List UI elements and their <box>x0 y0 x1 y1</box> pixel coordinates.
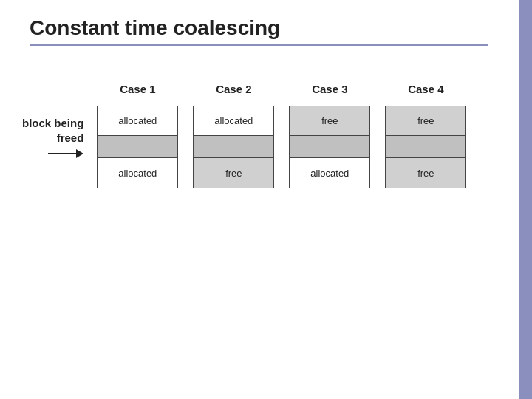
case3-middle-block <box>290 136 369 158</box>
block-being-freed-label: block being freed <box>22 116 83 145</box>
case4-top-block: free <box>386 106 466 136</box>
page-title: Constant time coalescing <box>30 16 510 40</box>
case2-diagram: allocated free <box>193 106 274 188</box>
case-item-2: Case 2 allocated free <box>193 83 274 188</box>
arrow-line <box>48 153 76 154</box>
case4-bottom-block: free <box>386 158 466 188</box>
case1-label: Case 1 <box>120 83 155 95</box>
case-item-1: Case 1 allocated allocated <box>97 83 178 188</box>
title-section: Constant time coalescing <box>0 0 532 46</box>
case2-top-block: allocated <box>194 106 273 136</box>
case2-bottom-block: free <box>194 158 273 188</box>
arrow-row <box>48 149 83 158</box>
case1-top-block: allocated <box>98 106 177 136</box>
case2-label: Case 2 <box>216 83 251 95</box>
case1-bottom-block: allocated <box>98 158 177 188</box>
case2-middle-block <box>194 136 273 158</box>
case4-middle-block <box>386 136 466 158</box>
case1-middle-block <box>98 136 177 158</box>
case1-diagram: allocated allocated <box>97 106 178 188</box>
case-item-3: Case 3 free allocated <box>289 83 370 188</box>
right-accent-bar <box>519 0 532 399</box>
cases-row: block being freed Case 1 allocated alloc… <box>22 83 466 188</box>
case4-diagram: free free <box>385 106 466 188</box>
main-content: block being freed Case 1 allocated alloc… <box>0 46 532 188</box>
case4-label: Case 4 <box>408 83 443 95</box>
case3-bottom-block: allocated <box>290 158 369 188</box>
cases-container: Case 1 allocated allocated Case 2 alloca… <box>97 83 466 188</box>
case3-top-block: free <box>290 106 369 136</box>
case3-diagram: free allocated <box>289 106 370 188</box>
arrow-head <box>76 149 83 158</box>
left-label-area: block being freed <box>22 83 83 158</box>
case-item-4: Case 4 free free <box>385 83 466 188</box>
case3-label: Case 3 <box>312 83 347 95</box>
